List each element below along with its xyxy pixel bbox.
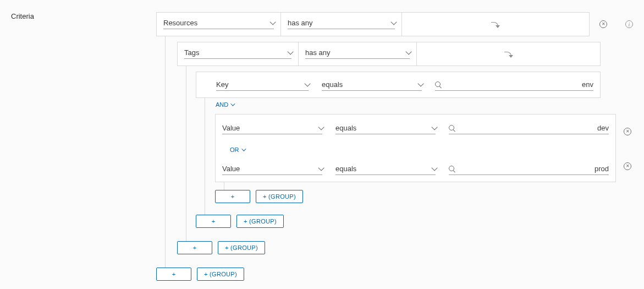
- chevron-down-icon: [269, 19, 276, 25]
- operator-select[interactable]: has any: [299, 42, 417, 66]
- add-rule-button[interactable]: +: [196, 215, 231, 228]
- chevron-down-icon: [318, 124, 324, 130]
- criteria-row-key: Key equals env: [196, 72, 601, 98]
- add-rule-button[interactable]: +: [177, 241, 212, 254]
- value-input[interactable]: env: [428, 72, 600, 97]
- operator-label: has any: [305, 48, 331, 57]
- criteria-row-resources: Resources has any: [156, 12, 590, 36]
- subject-label: Tags: [184, 48, 199, 57]
- chevron-down-icon: [431, 165, 437, 171]
- redo-arrow-icon[interactable]: [504, 50, 513, 58]
- value-text: env: [582, 80, 593, 89]
- operator-select[interactable]: equals: [329, 114, 442, 141]
- search-icon: [435, 81, 442, 88]
- subject-label: Resources: [163, 19, 197, 27]
- criteria-group-values: Value equals dev OR: [215, 114, 616, 182]
- chevron-down-icon: [230, 101, 235, 106]
- operator-select[interactable]: has any: [281, 13, 402, 36]
- add-rule-button[interactable]: +: [156, 268, 191, 281]
- chevron-down-icon: [318, 165, 324, 171]
- add-group-button[interactable]: + (GROUP): [256, 190, 303, 203]
- remove-row-button[interactable]: [624, 162, 631, 170]
- chevron-down-icon: [431, 124, 437, 130]
- chevron-down-icon: [417, 80, 423, 86]
- subject-label: Key: [216, 80, 228, 89]
- add-group-button[interactable]: + (GROUP): [218, 241, 265, 254]
- info-icon[interactable]: [625, 20, 633, 28]
- chevron-down-icon: [287, 48, 293, 54]
- value-input[interactable]: prod: [442, 155, 615, 182]
- subject-select[interactable]: Resources: [157, 13, 281, 36]
- logical-connector-and[interactable]: AND: [216, 101, 234, 108]
- search-icon: [449, 166, 455, 172]
- value-text: dev: [597, 124, 609, 132]
- logical-connector-or[interactable]: OR: [230, 146, 245, 153]
- value-input[interactable]: dev: [442, 114, 615, 141]
- criteria-row-tags: Tags has any: [177, 42, 601, 66]
- add-group-button[interactable]: + (GROUP): [236, 215, 284, 228]
- search-icon: [449, 125, 455, 132]
- subject-label: Value: [222, 124, 240, 132]
- subject-select[interactable]: Key: [210, 72, 315, 97]
- operator-label: equals: [335, 165, 356, 173]
- section-title: Criteria: [11, 12, 34, 20]
- chevron-down-icon: [405, 48, 411, 54]
- chevron-down-icon: [304, 80, 310, 86]
- value-text: prod: [595, 165, 609, 173]
- operator-select[interactable]: equals: [329, 155, 442, 182]
- add-group-button[interactable]: + (GROUP): [197, 268, 244, 281]
- chevron-down-icon: [241, 146, 246, 151]
- remove-row-button[interactable]: [624, 128, 631, 135]
- redo-arrow-icon[interactable]: [491, 20, 500, 28]
- remove-row-button[interactable]: [599, 20, 607, 28]
- chevron-down-icon: [390, 19, 397, 25]
- subject-select[interactable]: Value: [216, 114, 329, 141]
- operator-label: equals: [335, 124, 356, 132]
- connector-label: AND: [216, 101, 228, 108]
- operator-label: equals: [322, 80, 343, 89]
- operator-label: has any: [288, 19, 313, 27]
- add-rule-button[interactable]: +: [215, 190, 250, 203]
- subject-select[interactable]: Tags: [178, 42, 299, 66]
- connector-label: OR: [230, 146, 239, 153]
- operator-select[interactable]: equals: [315, 72, 428, 97]
- subject-select[interactable]: Value: [216, 155, 329, 182]
- subject-label: Value: [222, 165, 240, 173]
